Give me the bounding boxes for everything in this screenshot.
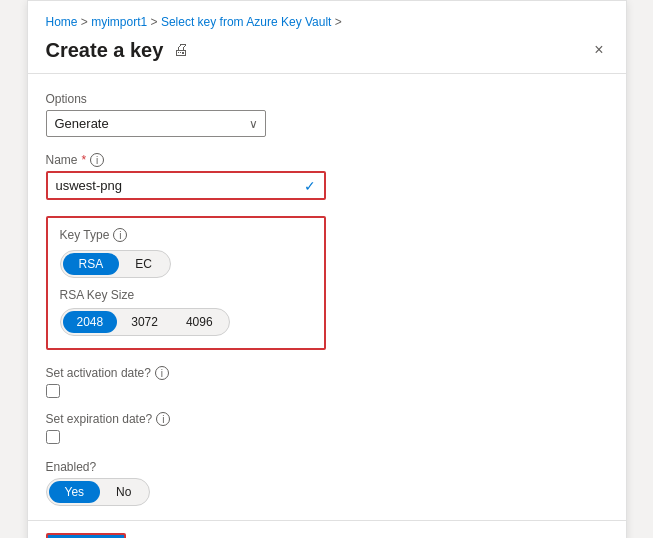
enabled-group: Enabled? Yes No bbox=[46, 460, 608, 506]
name-checkmark-icon: ✓ bbox=[304, 178, 316, 194]
rsa-key-size-label: RSA Key Size bbox=[60, 288, 312, 302]
activation-checkbox[interactable] bbox=[46, 384, 60, 398]
key-type-ec-button[interactable]: EC bbox=[119, 253, 168, 275]
name-label: Name * i bbox=[46, 153, 608, 167]
title-left: Create a key 🖨 bbox=[46, 39, 190, 62]
print-icon[interactable]: 🖨 bbox=[173, 41, 189, 59]
expiration-info-icon[interactable]: i bbox=[156, 412, 170, 426]
key-type-label: Key Type i bbox=[60, 228, 312, 242]
page-title: Create a key bbox=[46, 39, 164, 62]
breadcrumb-home[interactable]: Home bbox=[46, 15, 78, 29]
breadcrumb-select-key[interactable]: Select key from Azure Key Vault bbox=[161, 15, 332, 29]
title-row: Create a key 🖨 × bbox=[46, 37, 608, 63]
enabled-toggle-group: Yes No bbox=[46, 478, 151, 506]
expiration-label: Set expiration date? i bbox=[46, 412, 608, 426]
name-info-icon[interactable]: i bbox=[90, 153, 104, 167]
activation-checkbox-label bbox=[46, 384, 608, 398]
close-icon[interactable]: × bbox=[590, 37, 607, 63]
key-type-info-icon[interactable]: i bbox=[113, 228, 127, 242]
key-size-2048-button[interactable]: 2048 bbox=[63, 311, 118, 333]
panel-body: Options Generate ∨ Name * i ✓ bbox=[28, 74, 626, 520]
enabled-no-button[interactable]: No bbox=[100, 481, 147, 503]
rsa-key-size-toggle-group: 2048 3072 4096 bbox=[60, 308, 230, 336]
name-group: Name * i ✓ bbox=[46, 153, 608, 200]
activation-label: Set activation date? i bbox=[46, 366, 608, 380]
panel-footer: Create bbox=[28, 520, 626, 538]
expiration-checkbox[interactable] bbox=[46, 430, 60, 444]
create-key-panel: Home > myimport1 > Select key from Azure… bbox=[27, 0, 627, 538]
enabled-yes-button[interactable]: Yes bbox=[49, 481, 101, 503]
expiration-checkbox-label bbox=[46, 430, 608, 444]
name-input[interactable] bbox=[48, 173, 324, 198]
create-button[interactable]: Create bbox=[46, 533, 126, 538]
options-select-wrapper: Generate ∨ bbox=[46, 110, 266, 137]
breadcrumb-myimport1[interactable]: myimport1 bbox=[91, 15, 147, 29]
key-size-3072-button[interactable]: 3072 bbox=[117, 311, 172, 333]
options-group: Options Generate ∨ bbox=[46, 92, 608, 137]
name-input-wrapper: ✓ bbox=[46, 171, 326, 200]
key-size-4096-button[interactable]: 4096 bbox=[172, 311, 227, 333]
breadcrumb: Home > myimport1 > Select key from Azure… bbox=[46, 15, 608, 29]
panel-header: Home > myimport1 > Select key from Azure… bbox=[28, 1, 626, 74]
expiration-date-group: Set expiration date? i bbox=[46, 412, 608, 444]
key-type-section: Key Type i RSA EC RSA Key Size 2048 3072… bbox=[46, 216, 326, 350]
key-type-toggle-group: RSA EC bbox=[60, 250, 171, 278]
key-type-group: Key Type i RSA EC RSA Key Size 2048 3072… bbox=[46, 216, 608, 350]
activation-date-group: Set activation date? i bbox=[46, 366, 608, 398]
key-type-rsa-button[interactable]: RSA bbox=[63, 253, 120, 275]
name-required: * bbox=[82, 153, 87, 167]
enabled-label: Enabled? bbox=[46, 460, 608, 474]
activation-info-icon[interactable]: i bbox=[155, 366, 169, 380]
options-select[interactable]: Generate bbox=[46, 110, 266, 137]
options-label: Options bbox=[46, 92, 608, 106]
